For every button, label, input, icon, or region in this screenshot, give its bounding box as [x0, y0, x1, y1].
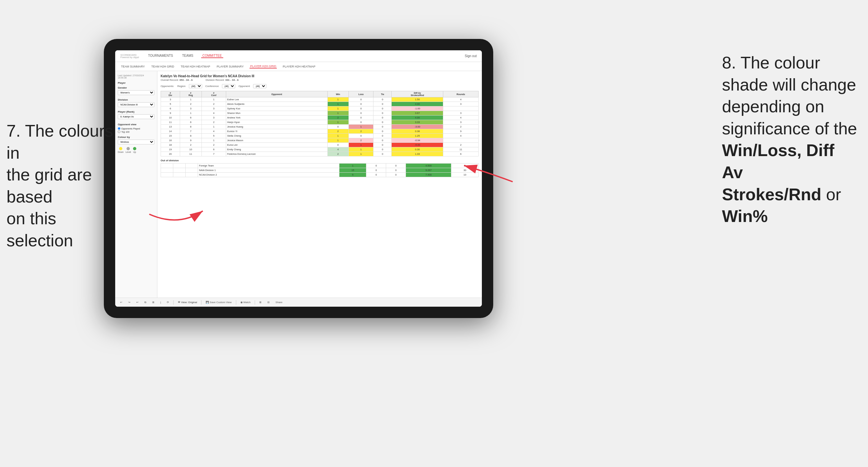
logo-sub: Powered by clippd	[120, 56, 139, 58]
table-row: 1474Eunice Yi2200.389	[161, 129, 478, 134]
layout-btn[interactable]: ⊟	[266, 300, 271, 304]
opponent-view-label: Opponent view	[118, 123, 154, 126]
subnav-player-summary[interactable]: PLAYER SUMMARY	[216, 65, 244, 68]
ood-table-row: NAIA Division 115009.26730	[161, 168, 478, 173]
save-icon: 💾	[206, 301, 209, 304]
table-row: 1162Heejo Hyun1003.333	[161, 120, 478, 125]
table-row: 1381Jessica Huang010-3.002	[161, 125, 478, 129]
opponent-filter-select[interactable]: (All)	[253, 84, 267, 88]
copy-btn[interactable]: ⧉	[143, 300, 148, 305]
level-label: Level	[126, 151, 131, 153]
grid-btn[interactable]: ⊞	[258, 300, 263, 304]
table-row: 633Sydney Kuo100-1.00	[161, 106, 478, 111]
undo-btn[interactable]: ↩	[118, 300, 124, 304]
table-row: 1822Euna Lee010-5.002	[161, 143, 478, 147]
subnav-player-h2h-heatmap[interactable]: PLAYER H2H HEATMAP	[282, 65, 316, 68]
nav-committee[interactable]: COMMITTEE	[201, 54, 223, 58]
conference-filter-label: Conference	[206, 85, 219, 88]
filter-row: Opponents: Region (All) Conference (All)…	[161, 84, 478, 88]
th-div: #Div	[161, 91, 180, 97]
subnav-team-h2h-grid[interactable]: TEAM H2H GRID	[151, 65, 175, 68]
th-rounds: Rounds	[443, 91, 478, 97]
opponent-radio-group: Opponents Played Top 100	[118, 127, 154, 133]
nav-items: TOURNAMENTS TEAMS COMMITTEE	[147, 54, 465, 58]
th-conf: #Conf	[202, 91, 226, 97]
watch-btn[interactable]: ◉ Watch	[239, 300, 252, 304]
grid-title: Katelyn Vo Head-to-Head Grid for Women's…	[161, 74, 478, 78]
th-reg: #Reg	[180, 91, 202, 97]
eye-icon: 👁	[178, 301, 180, 304]
colour-by-label: Colour by	[118, 136, 154, 138]
opponent-filter-label: Opponent	[239, 85, 250, 88]
th-loss: Loss	[348, 91, 373, 97]
region-filter-select[interactable]: (All)	[189, 84, 202, 88]
up-label: Up	[133, 151, 136, 153]
grid-panel: Katelyn Vo Head-to-Head Grid for Women's…	[157, 71, 482, 298]
ood-table-row: Foreign Team1004.5002	[161, 163, 478, 168]
refresh-btn[interactable]: ⟳	[165, 300, 171, 304]
region-filter-label: Region	[177, 85, 185, 88]
logo: SCOREBOARD Powered by clippd	[120, 54, 139, 58]
colour-legend: Down Level Up	[118, 147, 154, 153]
logo-text: SCOREBOARD	[120, 54, 139, 56]
player-rank-dropdown[interactable]: 8. Katelyn Vo	[118, 114, 154, 119]
down-label: Down	[118, 151, 124, 153]
player-section-title: Player	[118, 82, 154, 84]
sidebar: Last Updated: 27/03/2024 16:55:38 Player…	[115, 71, 157, 298]
main-data-table: #Div #Reg #Conf Opponent Win Loss Tie Di…	[161, 91, 478, 156]
nav-tournaments[interactable]: TOURNAMENTS	[147, 54, 174, 58]
opponents-filter-label: Opponents:	[161, 85, 174, 88]
tablet-screen: SCOREBOARD Powered by clippd TOURNAMENTS…	[115, 50, 482, 307]
bottom-toolbar: ↩ ↪ ↩ ⧉ ⊞ | ⟳ 👁 View: Original 💾 Save Cu…	[115, 298, 482, 307]
redo-btn[interactable]: ↪	[127, 300, 132, 304]
th-win: Win	[328, 91, 348, 97]
annotation-right: 8. The colour shade will change dependin…	[722, 52, 858, 227]
table-row: 19106Emily Chang4100.3011	[161, 147, 478, 152]
save-custom-btn[interactable]: 💾 Save Custom View	[204, 300, 233, 304]
gender-dropdown[interactable]: Women's	[118, 90, 154, 95]
down-dot	[119, 147, 122, 150]
table-row: 1063Andrea York2004.004	[161, 116, 478, 120]
th-opponent: Opponent	[226, 91, 328, 97]
sub-nav: TEAM SUMMARY TEAM H2H GRID TEAM H2H HEAT…	[115, 62, 482, 71]
table-row: 311Esther Lee1001.504	[161, 97, 478, 102]
subnav-team-summary[interactable]: TEAM SUMMARY	[120, 65, 145, 68]
out-of-division-table: Foreign Team1004.5002NAIA Division 11500…	[161, 163, 478, 177]
player-rank-label: Player (Rank)	[118, 110, 154, 113]
view-original-btn[interactable]: 👁 View: Original	[176, 300, 198, 304]
subnav-player-h2h-grid[interactable]: PLAYER H2H GRID	[250, 65, 277, 68]
table-row: 522Alexis Sudjianto1004.003	[161, 102, 478, 106]
separator1: |	[159, 300, 162, 304]
overall-record-label: Overall Record: 353 - 34 - 6	[161, 79, 193, 82]
conference-filter-select[interactable]: (All)	[222, 84, 235, 88]
division-record-label: Division Record: 331 - 34 - 6	[206, 79, 239, 82]
main-content: Last Updated: 27/03/2024 16:55:38 Player…	[115, 71, 482, 298]
subnav-team-h2h-heatmap[interactable]: TEAM H2H HEATMAP	[180, 65, 211, 68]
gender-label: Gender	[118, 86, 154, 89]
sign-out[interactable]: Sign out	[465, 54, 477, 58]
division-dropdown[interactable]: NCAA Division III	[118, 102, 154, 107]
paste-btn[interactable]: ⊞	[151, 300, 156, 304]
share-btn[interactable]: Share	[274, 300, 284, 304]
table-row: 20117Federica Domecq Lacroze2101.336	[161, 152, 478, 156]
redo2-btn[interactable]: ↩	[135, 300, 140, 304]
division-label: Division	[118, 98, 154, 101]
grid-records: Overall Record: 353 - 34 - 6 Division Re…	[161, 79, 478, 82]
last-updated: Last Updated: 27/03/2024 16:55:38	[118, 74, 154, 79]
nav-teams[interactable]: TEAMS	[181, 54, 194, 58]
table-row: 1691Jessica Mason120-0.94	[161, 138, 478, 143]
level-dot	[127, 147, 130, 150]
colour-by-dropdown[interactable]: Win/loss	[118, 139, 154, 145]
table-row: 1585Stella Cheng1001.254	[161, 134, 478, 138]
sep3	[236, 300, 236, 305]
table-row: 914Sharon Mun1003.673	[161, 111, 478, 116]
watch-icon: ◉	[241, 301, 243, 304]
sep4	[255, 300, 255, 305]
top-100-radio[interactable]: Top 100	[118, 130, 154, 133]
ood-table-row: NCAA Division 25007.40010	[161, 173, 478, 177]
out-of-division-header: Out of division	[161, 159, 478, 162]
sep2	[201, 300, 202, 305]
th-diff: Diff AvStrokes/Rnd	[392, 91, 443, 97]
tablet-device: SCOREBOARD Powered by clippd TOURNAMENTS…	[104, 39, 493, 318]
opponents-played-radio[interactable]: Opponents Played	[118, 127, 154, 130]
